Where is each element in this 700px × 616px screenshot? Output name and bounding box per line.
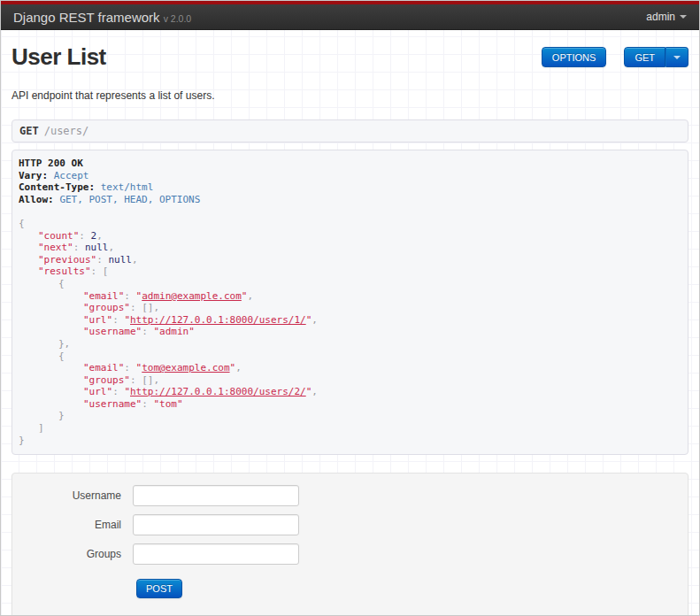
request-path: /users/ [44, 125, 89, 137]
request-bar: GET/users/ [12, 119, 688, 142]
json-line-url: "url": "http://127.0.0.1:8000/users/2/", [19, 386, 681, 398]
email-link[interactable]: admin@example.com [142, 290, 242, 302]
blank-line [19, 205, 681, 218]
response-status: HTTP 200 OK [19, 158, 681, 170]
json-line: { [19, 350, 681, 363]
json-line: } [19, 410, 681, 422]
email-link[interactable]: tom@example.com [142, 362, 229, 373]
form-row-username: Username [12, 485, 688, 506]
user-url-link[interactable]: http://127.0.0.1:8000/users/1/ [130, 314, 306, 326]
json-line-groups: "groups": [], [19, 374, 681, 387]
response-header: Allow: GET, POST, HEAD, OPTIONS [19, 194, 681, 206]
request-method: GET [19, 125, 39, 137]
form-actions: POST [12, 579, 688, 598]
json-line: { [19, 218, 681, 230]
json-line: }, [19, 338, 681, 350]
email-field[interactable] [133, 514, 299, 535]
main-content: User List OPTIONS GET API endpoint that … [1, 43, 699, 616]
username-field[interactable] [133, 485, 299, 506]
brand-title: Django REST framework [13, 10, 160, 25]
json-line-email: "email": "admin@example.com", [19, 290, 681, 303]
username-label: Username [12, 489, 121, 502]
get-button[interactable]: GET [624, 47, 665, 67]
post-button[interactable]: POST [136, 579, 182, 598]
json-line: { [19, 278, 681, 290]
page-title: User List [12, 43, 106, 71]
action-buttons: OPTIONS GET [542, 47, 688, 67]
json-line-next: "next": null, [19, 242, 681, 254]
brand-link[interactable]: Django REST frameworkv 2.0.0 [13, 10, 191, 25]
brand-version: v 2.0.0 [164, 13, 192, 24]
browser-viewport: Django REST frameworkv 2.0.0 admin User … [0, 0, 700, 616]
navbar: Django REST frameworkv 2.0.0 admin [1, 1, 699, 30]
json-line-results: "results": [ [19, 266, 681, 278]
form-row-groups: Groups [12, 543, 688, 565]
json-line-count: "count": 2, [19, 230, 681, 243]
json-line: ] [19, 422, 681, 435]
endpoint-description: API endpoint that represents a list of u… [12, 89, 688, 102]
options-button[interactable]: OPTIONS [542, 47, 607, 67]
chevron-down-icon [673, 56, 681, 59]
response-block: HTTP 200 OK Vary: Accept Content-Type: t… [12, 150, 688, 455]
json-line-url: "url": "http://127.0.0.1:8000/users/1/", [19, 314, 681, 327]
post-form: Username Email Groups POST [12, 473, 688, 616]
json-line-email: "email": "tom@example.com", [19, 362, 681, 374]
groups-field[interactable] [133, 543, 299, 565]
user-url-link[interactable]: http://127.0.0.1:8000/users/2/ [130, 386, 306, 397]
email-label: Email [12, 519, 121, 531]
get-format-dropdown-button[interactable] [665, 47, 688, 67]
groups-label: Groups [12, 548, 121, 560]
chevron-down-icon [680, 15, 687, 19]
json-line-username: "username": "admin" [19, 326, 681, 338]
user-dropdown[interactable]: admin [646, 11, 687, 23]
response-header: Vary: Accept [19, 170, 681, 182]
form-row-email: Email [12, 514, 688, 535]
response-header: Content-Type: text/html [19, 181, 681, 194]
json-line-previous: "previous": null, [19, 254, 681, 266]
json-line-username: "username": "tom" [19, 398, 681, 411]
user-dropdown-label: admin [646, 11, 675, 23]
json-line: } [19, 435, 681, 447]
title-row: User List OPTIONS GET [12, 43, 688, 71]
json-line-groups: "groups": [], [19, 302, 681, 314]
